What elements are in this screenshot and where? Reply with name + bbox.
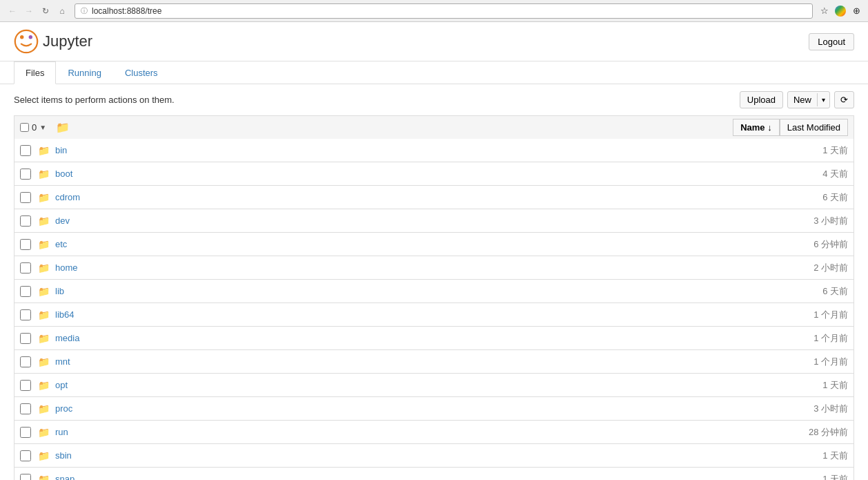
file-name-link[interactable]: opt [55,380,779,390]
upload-button[interactable]: Upload [740,91,783,108]
file-checkbox[interactable] [20,450,31,461]
table-row: 📁 snap 1 天前 [14,468,854,480]
google-apps-icon[interactable] [835,6,846,17]
jupyter-header: Jupyter Logout [0,22,868,61]
file-name-link[interactable]: run [55,427,779,437]
file-name-link[interactable]: home [55,262,779,273]
select-dropdown-button[interactable]: ▼ [39,124,46,131]
file-checkbox[interactable] [20,403,31,414]
folder-icon: 📁 [38,427,50,438]
file-modified: 28 分钟前 [779,426,848,439]
back-button[interactable]: ← [6,4,19,18]
folder-icon: 📁 [38,403,50,414]
file-name-link[interactable]: dev [55,215,779,226]
file-list-container: 0 ▼ 📁 Name ↓ Last Modified 📁 bin 1 天前 📁 … [0,115,868,480]
refresh-button[interactable]: ⟳ [834,91,854,108]
file-checkbox[interactable] [20,286,31,297]
file-modified: 6 分钟前 [779,238,848,251]
jupyter-logo: Jupyter [14,29,92,54]
browser-chrome: ← → ↻ ⌂ ⓘ localhost:8888/tree [0,0,868,22]
security-icon: ⓘ [81,6,88,16]
file-name-link[interactable]: sbin [55,450,779,461]
jupyter-title: Jupyter [43,32,92,50]
reload-button[interactable]: ↻ [39,4,52,18]
file-checkbox[interactable] [20,215,31,227]
folder-icon: 📁 [38,309,50,320]
home-button[interactable]: ⌂ [55,4,69,18]
table-row: 📁 mnt 1 个月前 [14,350,854,374]
table-row: 📁 media 1 个月前 [14,327,854,350]
new-button-group: New ▾ [787,91,830,108]
file-modified: 2 小时前 [779,262,848,274]
file-modified: 3 小时前 [779,403,848,415]
table-row: 📁 lib64 1 个月前 [14,303,854,327]
address-bar[interactable]: ⓘ localhost:8888/tree [75,3,813,19]
select-all-checkbox[interactable] [20,123,29,132]
file-checkbox[interactable] [20,380,31,391]
table-row: 📁 lib 6 天前 [14,280,854,303]
folder-icon: 📁 [38,380,50,391]
file-checkbox[interactable] [20,333,31,344]
sort-by-modified-button[interactable]: Last Modified [780,119,848,136]
table-row: 📁 sbin 1 天前 [14,444,854,468]
new-dropdown-button[interactable]: ▾ [817,93,829,106]
file-checkbox[interactable] [20,192,31,203]
header-checkbox-area: 0 ▼ [20,122,46,133]
extensions-icon[interactable] [850,5,862,17]
file-name-link[interactable]: cdrom [55,192,779,202]
tab-running[interactable]: Running [56,61,112,84]
nav-buttons: ← → ↻ ⌂ [6,4,69,18]
folder-icon: 📁 [38,192,50,203]
logout-button[interactable]: Logout [809,33,854,50]
folder-icon: 📁 [38,450,50,461]
file-name-link[interactable]: mnt [55,356,779,367]
url-text: localhost:8888/tree [92,6,161,16]
folder-icon: 📁 [38,333,50,344]
file-modified: 1 个月前 [779,309,848,321]
table-row: 📁 proc 3 小时前 [14,397,854,421]
file-name-link[interactable]: bin [55,145,779,155]
folder-icon: 📁 [38,262,50,273]
file-name-link[interactable]: lib [55,286,779,296]
file-checkbox[interactable] [20,169,31,180]
file-name-link[interactable]: etc [55,239,779,249]
tabs-bar: Files Running Clusters [0,61,868,84]
header-count: 0 [32,122,37,133]
file-checkbox[interactable] [20,262,31,273]
table-row: 📁 cdrom 6 天前 [14,186,854,209]
file-checkbox[interactable] [20,474,31,481]
file-checkbox[interactable] [20,309,31,320]
toolbar: Select items to perform actions on them.… [0,84,868,115]
file-name-link[interactable]: snap [55,474,779,480]
folder-icon: 📁 [38,215,50,227]
bookmark-star-icon[interactable] [818,5,831,17]
tab-clusters[interactable]: Clusters [113,61,170,84]
folder-icon: 📁 [38,474,50,481]
file-list-header: 0 ▼ 📁 Name ↓ Last Modified [14,115,854,139]
file-checkbox[interactable] [20,145,31,156]
table-row: 📁 boot 4 天前 [14,162,854,186]
new-folder-icon[interactable]: 📁 [56,121,70,134]
file-name-link[interactable]: proc [55,403,779,414]
file-checkbox[interactable] [20,239,31,250]
new-button[interactable]: New [788,92,817,108]
file-checkbox[interactable] [20,427,31,438]
file-name-link[interactable]: lib64 [55,309,779,320]
file-modified: 1 天前 [779,379,848,392]
file-checkbox[interactable] [20,356,31,367]
file-name-link[interactable]: media [55,333,779,343]
select-hint: Select items to perform actions on them. [14,95,175,105]
tab-files[interactable]: Files [14,61,56,84]
table-row: 📁 bin 1 天前 [14,139,854,162]
toolbar-right: Upload New ▾ ⟳ [740,91,854,108]
table-row: 📁 opt 1 天前 [14,374,854,397]
sort-by-name-button[interactable]: Name ↓ [733,119,780,136]
svg-point-0 [15,30,37,52]
folder-icon: 📁 [38,239,50,250]
folder-icon: 📁 [38,145,50,156]
file-modified: 1 天前 [779,473,848,481]
file-modified: 1 个月前 [779,356,848,368]
file-modified: 3 小时前 [779,215,848,227]
forward-button[interactable]: → [22,4,36,18]
file-name-link[interactable]: boot [55,169,779,179]
